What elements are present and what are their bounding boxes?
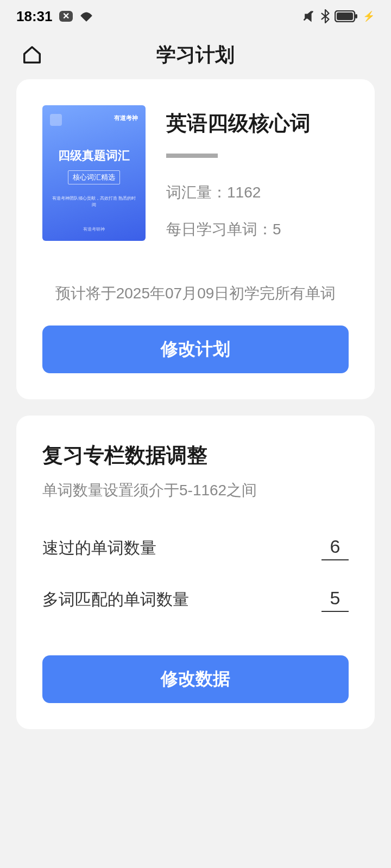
mute-icon: [302, 9, 316, 23]
home-icon[interactable]: [22, 44, 42, 65]
status-left: 18:31 ✕: [16, 8, 93, 25]
book-info: 英语四级核心词 词汇量：1162 每日学习单词：5: [166, 105, 349, 256]
book-row: 有道考神 四级真题词汇 核心词汇精选 有道考神团队倾心贡献，高效打造 熟悉的时间…: [42, 105, 349, 256]
book-cover-title: 四级真题词汇: [50, 148, 138, 164]
vocab-label: 词汇量：: [166, 184, 227, 201]
fast-words-row: 速过的单词数量: [42, 536, 349, 560]
status-bar: 18:31 ✕ ⚡: [0, 0, 391, 30]
status-time: 18:31: [16, 8, 53, 25]
book-brand: 有道考神: [114, 114, 138, 126]
daily-label: 每日学习单词：: [166, 221, 273, 238]
bluetooth-icon: [320, 9, 330, 23]
battery-icon: [335, 10, 358, 22]
book-logo-icon: [50, 114, 62, 126]
status-right: ⚡: [302, 9, 375, 23]
book-cover-subtitle: 核心词汇精选: [68, 170, 120, 184]
wifi-icon: [79, 11, 93, 22]
vocab-value: 1162: [227, 184, 261, 201]
match-words-input[interactable]: [321, 588, 349, 612]
svg-rect-1: [355, 14, 357, 18]
daily-line: 每日学习单词：5: [166, 219, 349, 240]
book-cover: 有道考神 四级真题词汇 核心词汇精选 有道考神团队倾心贡献，高效打造 熟悉的时间…: [42, 105, 146, 241]
book-cover-desc: 有道考神团队倾心贡献，高效打造 熟悉的时间: [50, 195, 138, 208]
forecast-text: 预计将于2025年07月09日初学完所有单词: [42, 283, 349, 304]
review-title: 复习专栏数据调整: [42, 442, 349, 469]
modify-plan-button[interactable]: 修改计划: [42, 326, 349, 373]
modify-data-button[interactable]: 修改数据: [42, 655, 349, 703]
charging-icon: ⚡: [363, 10, 375, 22]
page-title: 学习计划: [156, 42, 235, 68]
match-words-row: 多词匹配的单词数量: [42, 588, 349, 612]
daily-value: 5: [273, 221, 281, 238]
review-subtitle: 单词数量设置须介于5-1162之间: [42, 480, 349, 501]
book-title: 英语四级核心词: [166, 110, 349, 137]
review-card: 复习专栏数据调整 单词数量设置须介于5-1162之间 速过的单词数量 多词匹配的…: [16, 416, 375, 729]
fast-words-label: 速过的单词数量: [42, 537, 156, 559]
plan-card: 有道考神 四级真题词汇 核心词汇精选 有道考神团队倾心贡献，高效打造 熟悉的时间…: [16, 79, 375, 399]
svg-rect-2: [337, 12, 353, 20]
close-badge-icon: ✕: [59, 11, 73, 22]
fast-words-input[interactable]: [321, 536, 349, 560]
header: 学习计划: [0, 30, 391, 79]
book-cover-footer: 有道考研神: [50, 226, 138, 232]
vocab-line: 词汇量：1162: [166, 182, 349, 203]
match-words-label: 多词匹配的单词数量: [42, 589, 189, 611]
divider: [166, 154, 218, 158]
